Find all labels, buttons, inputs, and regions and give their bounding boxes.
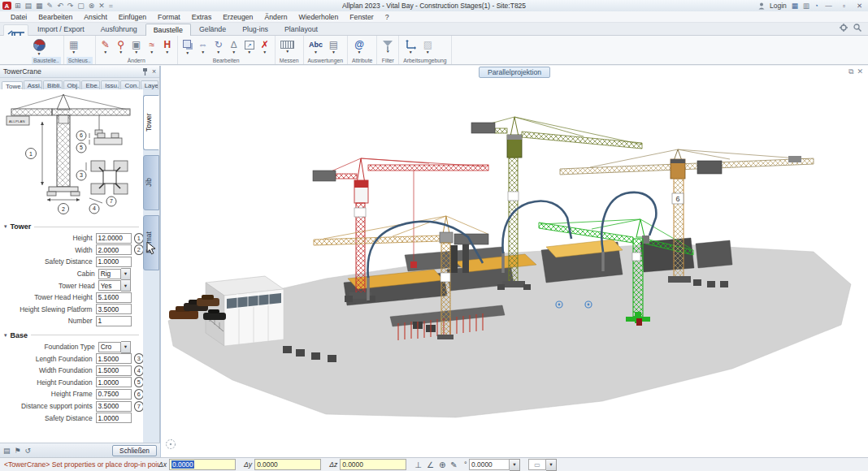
menu-wiederholen[interactable]: Wiederholen (293, 13, 344, 21)
width-input[interactable] (96, 244, 132, 255)
number-input[interactable] (96, 316, 132, 326)
filter-button[interactable]: ▼ (380, 41, 396, 53)
scale-icon[interactable]: ▭ (528, 459, 546, 470)
dx-input[interactable]: 0.0000 (169, 459, 236, 470)
dy-input[interactable]: 0.0000 (254, 459, 321, 470)
scale-dropdown-icon[interactable]: ▼ (546, 459, 557, 471)
undo-icon[interactable]: ↶ (57, 2, 63, 10)
open-icon[interactable]: ⊞ (15, 2, 21, 10)
side-tab-jib[interactable]: Jib (143, 155, 159, 210)
section-header-tower[interactable]: ▾ Tower (4, 223, 139, 231)
distance-support-input[interactable] (96, 401, 132, 412)
3d-scene[interactable]: 6 (161, 78, 868, 456)
schliessen-button[interactable]: Schließen (112, 445, 157, 456)
edit-icon[interactable]: ✎ (47, 2, 54, 10)
tower-head-select[interactable] (98, 280, 121, 291)
menu-erzeugen[interactable]: Erzeugen (217, 13, 258, 21)
ribbon-tab-gelaende[interactable]: Gelände (191, 23, 234, 35)
pin-icon[interactable] (142, 68, 148, 76)
modify-beam-button[interactable]: H▼ (160, 40, 175, 54)
menu-aendern[interactable]: Ändern (258, 13, 293, 21)
axes-button[interactable]: ▼ (401, 40, 419, 54)
angle-dropdown-icon[interactable]: ▼ (510, 459, 520, 471)
palette-close-icon[interactable]: × (152, 67, 156, 76)
measure-button[interactable]: ▼ (278, 41, 297, 53)
rotate-button[interactable]: ↻▼ (211, 40, 226, 54)
viewport-close-icon[interactable]: ✕ (857, 67, 863, 76)
attribute-button[interactable]: @▼ (350, 40, 368, 54)
viewport-tab[interactable]: Parallelprojektion (479, 67, 550, 78)
ribbon-tab-ausfuehrung[interactable]: Ausführung (93, 23, 145, 35)
cabin-dropdown-icon[interactable]: ▼ (121, 268, 132, 280)
menu-einfuegen[interactable]: Einfügen (113, 13, 152, 21)
menu-help[interactable]: ? (380, 13, 395, 21)
resize-button[interactable]: ↗▼ (242, 41, 257, 54)
track-icon[interactable]: ⊕ (439, 460, 445, 469)
pan-widget-icon[interactable] (167, 440, 176, 449)
copy-button[interactable]: ▼ (180, 39, 195, 54)
plumb-icon[interactable]: ⊥ (414, 460, 422, 469)
delete-icon[interactable]: ✕ (98, 2, 105, 10)
flag-icon[interactable]: ⚑ (15, 447, 21, 455)
customize-icon[interactable]: = (109, 2, 113, 10)
tower-head-dropdown-icon[interactable]: ▼ (121, 279, 132, 292)
close-button[interactable]: ✕ (854, 2, 865, 10)
ribbon-tab-baustelle[interactable]: Baustelle (145, 24, 191, 36)
side-tab-tower[interactable]: Tower (143, 95, 159, 150)
section-header-base[interactable]: ▾ Base (4, 331, 139, 339)
modify-pencil-button[interactable]: ✎▼ (98, 40, 113, 54)
shop-icon[interactable]: ▥ (803, 2, 809, 10)
minimize-button[interactable]: — (823, 2, 834, 10)
delete-button[interactable]: ✗▼ (258, 40, 272, 54)
search-icon[interactable] (853, 24, 861, 32)
length-foundation-input[interactable] (96, 353, 132, 364)
height-foundation-input[interactable] (96, 377, 132, 387)
window-icon[interactable]: ▢ (77, 2, 85, 10)
ribbon-tab-import-export[interactable]: Import / Export (29, 23, 93, 35)
width-foundation-input[interactable] (96, 365, 132, 376)
height-input[interactable] (96, 233, 132, 244)
foundation-type-select[interactable] (98, 342, 121, 352)
menu-format[interactable]: Format (152, 13, 186, 21)
reset-icon[interactable]: ↺ (25, 447, 32, 455)
modify-pin-button[interactable]: ⚲▼ (114, 40, 128, 54)
base-safety-input[interactable] (96, 413, 132, 423)
print-icon[interactable]: ▤ (3, 447, 11, 455)
gear-icon[interactable] (840, 24, 848, 32)
menu-ansicht[interactable]: Ansicht (78, 13, 113, 21)
tower-head-height-input[interactable] (96, 292, 132, 303)
safety-distance-input[interactable] (96, 257, 132, 267)
app-logo[interactable]: A (2, 2, 11, 10)
menu-bearbeiten[interactable]: Bearbeiten (33, 13, 78, 21)
redo-icon[interactable]: ↷ (67, 2, 74, 10)
viewport-float-icon[interactable]: ⧉ (848, 67, 853, 76)
site-sphere-button[interactable]: ▼ (32, 39, 46, 55)
modify-stamp-button[interactable]: ▣▼ (129, 40, 144, 54)
modify-spline-button[interactable]: ≈▼ (145, 40, 159, 54)
connect-icon[interactable]: ▦ (792, 2, 798, 10)
foundation-type-dropdown-icon[interactable]: ▼ (121, 341, 132, 353)
ribbon-tab-plugins[interactable]: Plug-ins (234, 23, 276, 35)
cabin-select[interactable] (98, 269, 121, 279)
sync-icon[interactable]: ◔ (814, 2, 818, 10)
angle-icon[interactable]: ∠ (427, 460, 434, 469)
refresh-icon[interactable]: ⊗ (89, 2, 95, 10)
text-report-button[interactable]: Abc▼ (306, 40, 326, 54)
ribbon-tab-planlayout[interactable]: Planlayout (276, 23, 326, 35)
sluice-button[interactable]: ▦▼ (67, 40, 81, 54)
print-icon[interactable]: ▦ (36, 2, 43, 10)
menu-datei[interactable]: Datei (5, 13, 33, 21)
menu-extras[interactable]: Extras (186, 13, 218, 21)
move-button[interactable]: ⇔▼ (196, 40, 210, 54)
slewing-platform-input[interactable] (96, 304, 132, 314)
report-button[interactable]: ▤▼ (327, 40, 341, 54)
dz-input[interactable]: 0.0000 (340, 459, 406, 470)
save-icon[interactable]: ▤ (25, 2, 33, 10)
height-frame-input[interactable] (96, 389, 132, 400)
workspace-button[interactable]: ▨▼ (420, 40, 435, 54)
login-button[interactable]: Login (770, 2, 787, 10)
sketch-icon[interactable]: ✎ (450, 460, 457, 469)
menu-fenster[interactable]: Fenster (344, 13, 379, 21)
angle-input[interactable]: 0.0000 (469, 459, 510, 470)
restore-button[interactable]: ▫ (839, 2, 849, 10)
